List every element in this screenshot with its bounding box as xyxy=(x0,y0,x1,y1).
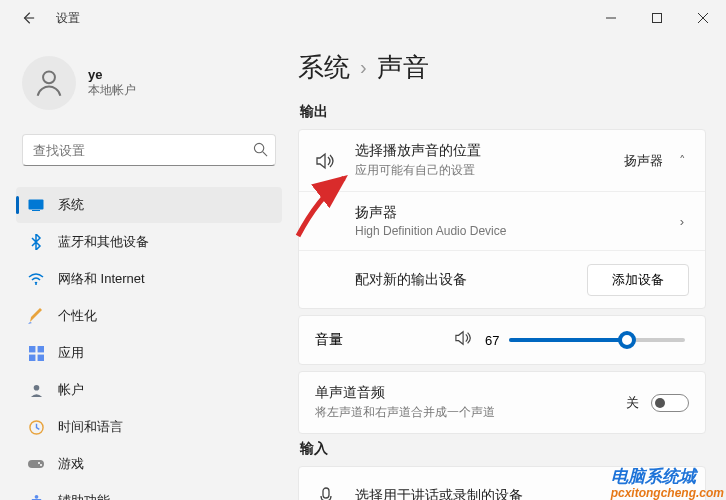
gamepad-icon xyxy=(28,456,44,472)
breadcrumb: 系统 › 声音 xyxy=(298,50,706,85)
mono-title: 单声道音频 xyxy=(315,384,626,402)
wifi-icon xyxy=(28,271,44,287)
nav-accessibility[interactable]: 辅助功能 xyxy=(16,483,282,500)
svg-point-13 xyxy=(38,462,40,464)
close-button[interactable] xyxy=(680,0,726,36)
back-button[interactable] xyxy=(14,4,42,32)
volume-slider[interactable] xyxy=(509,338,685,342)
user-type: 本地帐户 xyxy=(88,82,136,99)
nav-network[interactable]: 网络和 Internet xyxy=(16,261,282,297)
sidebar: ye 本地帐户 系统 蓝牙和其他设备 网络和 Internet xyxy=(0,36,292,500)
breadcrumb-parent[interactable]: 系统 xyxy=(298,50,350,85)
output-select-value: 扬声器 xyxy=(624,152,663,170)
nav-time[interactable]: 时间和语言 xyxy=(16,409,282,445)
svg-rect-9 xyxy=(37,354,43,360)
search-icon xyxy=(253,142,268,161)
nav-label: 网络和 Internet xyxy=(58,270,145,288)
title-bar: 设置 xyxy=(0,0,726,36)
svg-point-5 xyxy=(35,283,37,285)
svg-rect-8 xyxy=(29,354,35,360)
svg-rect-3 xyxy=(29,200,44,210)
nav-system[interactable]: 系统 xyxy=(16,187,282,223)
pair-row: 配对新的输出设备 添加设备 xyxy=(299,250,705,308)
apps-icon xyxy=(28,345,44,361)
svg-rect-0 xyxy=(653,14,662,23)
maximize-icon xyxy=(652,13,662,23)
nav-gaming[interactable]: 游戏 xyxy=(16,446,282,482)
output-select-row[interactable]: 选择播放声音的位置 应用可能有自己的设置 扬声器 ˄ xyxy=(299,130,705,191)
svg-point-10 xyxy=(33,384,39,390)
pair-title: 配对新的输出设备 xyxy=(355,271,587,289)
breadcrumb-sep: › xyxy=(360,56,367,79)
volume-row: 音量 67 xyxy=(299,316,705,364)
nav-label: 系统 xyxy=(58,196,84,214)
output-select-sub: 应用可能有自己的设置 xyxy=(355,162,624,179)
account-icon xyxy=(28,382,44,398)
brush-icon xyxy=(28,308,44,324)
volume-value: 67 xyxy=(485,333,499,348)
svg-rect-7 xyxy=(37,346,43,352)
svg-point-1 xyxy=(43,71,55,83)
volume-icon[interactable] xyxy=(455,330,473,350)
speaker-row[interactable]: 扬声器 High Definition Audio Device › xyxy=(299,191,705,250)
svg-point-15 xyxy=(34,494,38,498)
maximize-button[interactable] xyxy=(634,0,680,36)
main-panel: 系统 › 声音 输出 选择播放声音的位置 应用可能有自己的设置 扬声器 ˄ 扬声… xyxy=(292,36,726,500)
clock-icon xyxy=(28,419,44,435)
volume-title: 音量 xyxy=(315,331,455,349)
nav-label: 游戏 xyxy=(58,455,84,473)
minimize-button[interactable] xyxy=(588,0,634,36)
close-icon xyxy=(698,13,708,23)
chevron-up-icon: ˄ xyxy=(675,153,689,168)
mic-icon xyxy=(315,487,337,500)
nav-label: 时间和语言 xyxy=(58,418,123,436)
breadcrumb-current: 声音 xyxy=(377,50,429,85)
output-heading: 输出 xyxy=(300,103,706,121)
minimize-icon xyxy=(606,13,616,23)
add-device-button[interactable]: 添加设备 xyxy=(587,264,689,296)
volume-card: 音量 67 xyxy=(298,315,706,365)
nav-label: 应用 xyxy=(58,344,84,362)
bluetooth-icon xyxy=(28,234,44,250)
nav-accounts[interactable]: 帐户 xyxy=(16,372,282,408)
mono-state: 关 xyxy=(626,394,639,412)
window-controls xyxy=(588,0,726,36)
svg-point-2 xyxy=(254,143,263,152)
mono-sub: 将左声道和右声道合并成一个声道 xyxy=(315,404,626,421)
search-input[interactable] xyxy=(22,134,276,166)
chevron-right-icon: › xyxy=(675,214,689,229)
system-icon xyxy=(28,197,44,213)
speaker-icon xyxy=(315,152,337,170)
nav-apps[interactable]: 应用 xyxy=(16,335,282,371)
nav-personalization[interactable]: 个性化 xyxy=(16,298,282,334)
app-title: 设置 xyxy=(56,10,80,27)
mono-card: 单声道音频 将左声道和右声道合并成一个声道 关 xyxy=(298,371,706,434)
watermark: 电脑系统城 pcxitongcheng.com xyxy=(611,465,724,500)
accessibility-icon xyxy=(28,493,44,500)
speaker-title: 扬声器 xyxy=(355,204,675,222)
nav-label: 辅助功能 xyxy=(58,492,110,500)
svg-rect-4 xyxy=(32,210,40,211)
search-box xyxy=(22,134,276,166)
person-icon xyxy=(32,66,66,100)
output-select-title: 选择播放声音的位置 xyxy=(355,142,624,160)
nav-list: 系统 蓝牙和其他设备 网络和 Internet 个性化 应用 帐户 xyxy=(16,180,282,500)
output-card: 选择播放声音的位置 应用可能有自己的设置 扬声器 ˄ 扬声器 High Defi… xyxy=(298,129,706,309)
arrow-left-icon xyxy=(21,11,35,25)
nav-label: 帐户 xyxy=(58,381,84,399)
profile-block[interactable]: ye 本地帐户 xyxy=(16,46,282,126)
nav-label: 个性化 xyxy=(58,307,97,325)
mono-toggle[interactable] xyxy=(651,394,689,412)
nav-label: 蓝牙和其他设备 xyxy=(58,233,149,251)
mono-row[interactable]: 单声道音频 将左声道和右声道合并成一个声道 关 xyxy=(299,372,705,433)
avatar xyxy=(22,56,76,110)
svg-rect-16 xyxy=(323,488,329,498)
user-name: ye xyxy=(88,67,136,82)
input-heading: 输入 xyxy=(300,440,706,458)
svg-rect-6 xyxy=(29,346,35,352)
speaker-sub: High Definition Audio Device xyxy=(355,224,675,238)
svg-point-14 xyxy=(40,464,42,466)
svg-rect-12 xyxy=(28,460,44,468)
nav-bluetooth[interactable]: 蓝牙和其他设备 xyxy=(16,224,282,260)
